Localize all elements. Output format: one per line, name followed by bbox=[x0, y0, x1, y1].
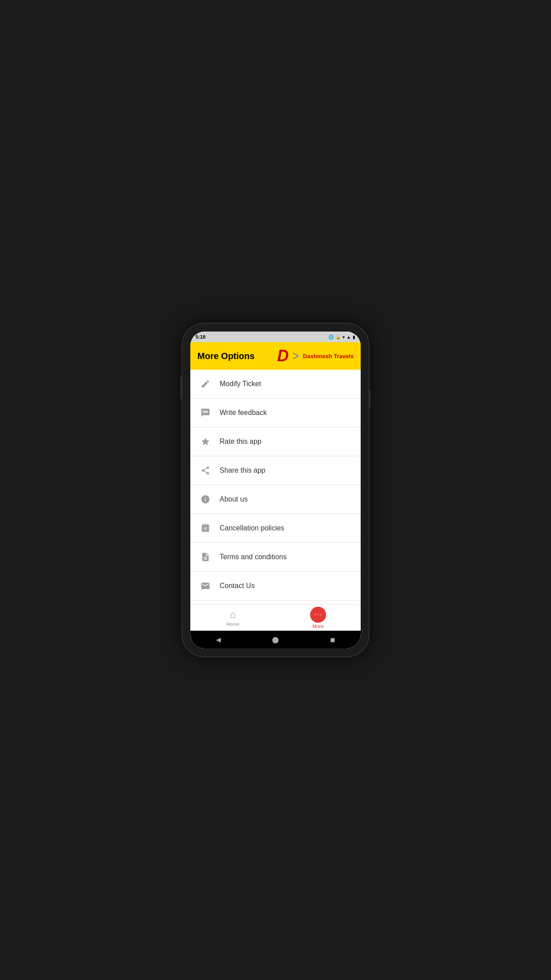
status-time: 5:18 bbox=[196, 334, 205, 340]
menu-label-rate-app: Rate this app bbox=[220, 438, 261, 446]
envelope-icon bbox=[199, 580, 212, 592]
menu-label-share-app: Share this app bbox=[220, 466, 265, 474]
page-title: More Options bbox=[197, 351, 255, 361]
info-icon bbox=[199, 493, 212, 506]
brand-logo: D Dashmesh Travels bbox=[277, 348, 354, 364]
world-icon: 🌐 bbox=[328, 335, 334, 340]
pencil-icon bbox=[199, 378, 212, 390]
status-icons: 🌐 🔒 ▾ ▲ ▮ bbox=[328, 335, 355, 340]
document-icon bbox=[199, 551, 212, 563]
device-frame: 5:18 🌐 🔒 ▾ ▲ ▮ More Options D Dashmesh T… bbox=[182, 324, 369, 656]
wifi-icon: ▾ bbox=[342, 335, 345, 340]
signal-icon: ▲ bbox=[346, 335, 351, 340]
home-icon: ⌂ bbox=[230, 609, 236, 620]
menu-item-modify-ticket[interactable]: Modify Ticket bbox=[190, 370, 361, 399]
menu-item-share-app[interactable]: Share this app bbox=[190, 456, 361, 485]
menu-item-track-bus[interactable]: Track my bus bbox=[190, 601, 361, 604]
clipboard-x-icon bbox=[199, 522, 212, 534]
menu-label-write-feedback: Write feedback bbox=[220, 409, 267, 417]
bottom-nav: ⌂ Home ··· More bbox=[190, 604, 361, 631]
more-nav-icon-wrap: ··· bbox=[310, 607, 326, 623]
menu-list: Modify Ticket Write feedback Rate this a… bbox=[190, 370, 361, 604]
lock-icon: 🔒 bbox=[335, 335, 341, 340]
battery-icon: ▮ bbox=[353, 335, 355, 340]
more-circle-icon: ··· bbox=[310, 607, 326, 623]
menu-item-contact-us[interactable]: Contact Us bbox=[190, 572, 361, 601]
recents-button[interactable]: ◼ bbox=[330, 636, 335, 643]
menu-label-modify-ticket: Modify Ticket bbox=[220, 380, 261, 388]
menu-item-cancellation-policies[interactable]: Cancellation policies bbox=[190, 514, 361, 543]
menu-item-write-feedback[interactable]: Write feedback bbox=[190, 399, 361, 427]
share-icon bbox=[199, 464, 212, 477]
brand-name: Dashmesh Travels bbox=[303, 353, 354, 360]
brand-d-letter: D bbox=[277, 348, 289, 364]
android-nav-bar: ◀ ⬤ ◼ bbox=[190, 631, 361, 648]
menu-item-about-us[interactable]: About us bbox=[190, 485, 361, 514]
chat-icon bbox=[199, 407, 212, 419]
menu-label-contact-us: Contact Us bbox=[220, 582, 255, 590]
volume-button bbox=[181, 377, 182, 399]
home-nav-icon-wrap: ⌂ bbox=[230, 609, 236, 620]
menu-label-terms-conditions: Terms and conditions bbox=[220, 553, 287, 561]
menu-label-about-us: About us bbox=[220, 495, 248, 503]
device-screen: 5:18 🌐 🔒 ▾ ▲ ▮ More Options D Dashmesh T… bbox=[190, 332, 361, 648]
menu-item-rate-app[interactable]: Rate this app bbox=[190, 427, 361, 456]
app-bar: More Options D Dashmesh Travels bbox=[190, 342, 361, 370]
power-button bbox=[369, 390, 370, 408]
menu-item-terms-conditions[interactable]: Terms and conditions bbox=[190, 543, 361, 572]
menu-label-cancellation-policies: Cancellation policies bbox=[220, 524, 284, 532]
nav-label-home: Home bbox=[226, 621, 239, 627]
home-button[interactable]: ⬤ bbox=[272, 636, 279, 643]
star-icon bbox=[199, 435, 212, 448]
nav-item-home[interactable]: ⌂ Home bbox=[190, 605, 276, 631]
brand-arrow-icon bbox=[290, 350, 302, 362]
back-button[interactable]: ◀ bbox=[216, 636, 221, 643]
nav-label-more: More bbox=[312, 624, 323, 629]
nav-item-more[interactable]: ··· More bbox=[276, 605, 361, 631]
status-bar: 5:18 🌐 🔒 ▾ ▲ ▮ bbox=[190, 332, 361, 342]
